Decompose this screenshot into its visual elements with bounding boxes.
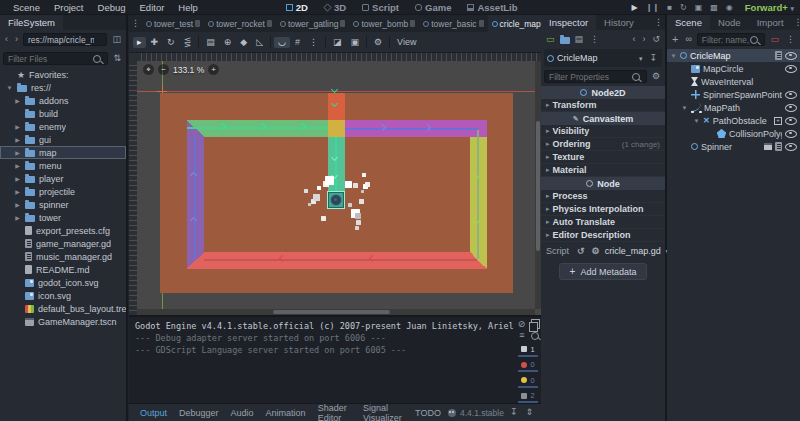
bottom-tab-animation[interactable]: Animation	[261, 408, 311, 418]
tab-node[interactable]: Node	[710, 15, 749, 30]
object-history-icon[interactable]: ↺	[650, 35, 662, 44]
workspace-game-button[interactable]: Game	[407, 2, 459, 13]
section-node2d[interactable]: Node2D	[541, 86, 665, 99]
workspace-2d-button[interactable]: 2D	[278, 2, 316, 13]
pause-button[interactable]: ❙❙	[642, 3, 663, 12]
property-group-editor-description[interactable]: ▸Editor Description	[541, 229, 665, 242]
script-icon[interactable]	[775, 51, 782, 60]
tab-scene[interactable]: Scene	[667, 15, 710, 30]
fs-item-readme[interactable]: README.md	[0, 263, 126, 276]
pin-bottom-panel-icon[interactable]: ↧	[508, 408, 520, 417]
lock-node-button[interactable]: ◪	[329, 37, 346, 48]
fs-item-enemy[interactable]: ▶enemy	[0, 120, 126, 133]
fs-item-player[interactable]: ▶player	[0, 172, 126, 185]
select-tool-button[interactable]: ▸	[133, 37, 146, 48]
section-node[interactable]: Node	[541, 177, 665, 190]
fs-item-tower[interactable]: ▶tower	[0, 211, 126, 224]
fs-item-spinner[interactable]: ▶spinner	[0, 198, 126, 211]
scene-tree-menu-icon[interactable]: ⋮	[784, 35, 797, 44]
scene-tab-tower-test[interactable]: tower_test	[142, 15, 204, 32]
play-scene-button[interactable]: ▣	[691, 3, 707, 12]
scene-tab-tower-bomb[interactable]: tower_bomb	[349, 15, 419, 32]
section-canvasitem[interactable]: ✎CanvasItem	[541, 112, 665, 125]
menu-help[interactable]: Help	[171, 2, 205, 13]
pin-inspector-icon[interactable]: ↧	[647, 54, 659, 63]
scene-tab-tower-gatling[interactable]: tower_gatling	[276, 15, 350, 32]
collapse-messages-toggle[interactable]: ≡	[517, 331, 526, 340]
snap-options-menu[interactable]: ⋮	[305, 37, 322, 48]
view-menu-button[interactable]: View	[393, 37, 420, 48]
property-group-material[interactable]: ▸Material	[541, 164, 665, 177]
filter-messages-toggle[interactable]: 1	[518, 344, 538, 357]
center-view-icon[interactable]: ⌖	[143, 64, 154, 75]
current-path-field[interactable]	[23, 33, 107, 46]
property-tools-icon[interactable]: ⚙	[650, 72, 662, 81]
tab-import[interactable]: Import	[749, 15, 792, 30]
filter-warnings-toggle[interactable]: 0	[518, 375, 538, 388]
search-output-icon[interactable]	[531, 332, 539, 340]
add-node-button[interactable]: +	[670, 34, 680, 45]
copy-output-button[interactable]	[531, 319, 540, 329]
load-resource-button[interactable]	[560, 37, 570, 44]
scene-node-collisionpolygon2d[interactable]: CollisionPolygon2D	[667, 127, 800, 140]
history-back-button[interactable]: ‹	[3, 35, 10, 44]
fs-item-gamemanager-tscn[interactable]: GameManager.tscn	[0, 315, 126, 328]
revert-script-icon[interactable]: ↺	[575, 247, 587, 256]
scrollbar-thumb[interactable]	[536, 121, 540, 251]
split-mode-toggle-icon[interactable]: ◫	[110, 35, 123, 44]
movie-maker-toggle[interactable]: ◉	[722, 3, 737, 12]
pivot-tool-button[interactable]: ⊕	[220, 37, 236, 48]
move-tool-button[interactable]: ✚	[147, 37, 163, 48]
attach-script-button[interactable]: ▭	[768, 35, 781, 44]
fs-item-projectile[interactable]: ▶projectile	[0, 185, 126, 198]
scene-node-mapcircle[interactable]: MapCircle	[667, 62, 800, 75]
instance-scene-button[interactable]: ∞	[683, 35, 693, 44]
bottom-tab-signal-visualizer[interactable]: Signal Visualizer	[358, 403, 408, 421]
bottom-tab-shader-editor[interactable]: Shader Editor	[313, 403, 356, 421]
edited-node-row[interactable]: CricleMap ▾ ↧	[544, 49, 662, 67]
property-group-auto-translate[interactable]: ▸Auto Translate	[541, 216, 665, 229]
smart-snap-toggle[interactable]: ◡	[274, 37, 290, 48]
fs-item-gui[interactable]: ▶gui	[0, 133, 126, 146]
expand-bottom-panel-icon[interactable]: ⇕	[523, 408, 535, 417]
bottom-tab-debugger[interactable]: Debugger	[174, 408, 224, 418]
fs-item-bus-layout[interactable]: default_bus_layout.tres	[0, 302, 126, 315]
bottom-tab-todo[interactable]: TODO	[410, 408, 446, 418]
2d-canvas[interactable]: ⌖ − 133.1 % +	[137, 61, 541, 315]
play-button[interactable]: ▶	[628, 3, 642, 12]
visibility-eye-icon[interactable]	[785, 130, 797, 138]
visibility-eye-icon[interactable]	[785, 65, 797, 73]
fs-item-addons[interactable]: ▶addons	[0, 94, 126, 107]
menu-project[interactable]: Project	[47, 2, 91, 13]
fs-item-build[interactable]: build	[0, 107, 126, 120]
spinner-node[interactable]	[327, 191, 345, 209]
tab-history[interactable]: History	[596, 15, 642, 30]
menu-editor[interactable]: Editor	[133, 2, 172, 13]
fs-item-game-manager-gd[interactable]: game_manager.gd	[0, 237, 126, 250]
renderer-dropdown[interactable]: Forward+ ▾	[745, 2, 794, 13]
pan-tool-button[interactable]: ◆	[236, 37, 251, 48]
scene-tab-tower-basic[interactable]: tower_basic	[419, 15, 487, 32]
list-select-tool-button[interactable]: ▤	[202, 37, 219, 48]
resource-extra-menu[interactable]: ⋮	[588, 35, 601, 44]
menu-debug[interactable]: Debug	[91, 2, 133, 13]
script-icon[interactable]	[775, 142, 782, 151]
fs-item-favorites[interactable]: ★Favorites:	[0, 68, 126, 81]
history-forward-button[interactable]: ›	[13, 35, 20, 44]
fs-item-music-manager-gd[interactable]: music_manager.gd	[0, 250, 126, 263]
workspace-script-button[interactable]: Script	[354, 2, 407, 13]
stop-button[interactable]: ■	[663, 3, 676, 12]
filter-editor-toggle[interactable]: 2	[518, 391, 538, 404]
scene-node-criclemap[interactable]: ▼CricleMap	[667, 49, 800, 62]
scene-node-waveinterval[interactable]: WaveInterval	[667, 75, 800, 88]
property-group-physics-interpolation[interactable]: ▸Physics Interpolation	[541, 203, 665, 216]
tab-filesystem[interactable]: FileSystem	[0, 15, 63, 30]
script-value[interactable]: cricle_map.gd	[605, 246, 661, 256]
visibility-eye-icon[interactable]	[785, 52, 797, 60]
scene-node-spinner[interactable]: Spinner	[667, 140, 800, 153]
property-group-process[interactable]: ▸Process	[541, 190, 665, 203]
property-group-texture[interactable]: ▸Texture	[541, 151, 665, 164]
fs-item-res-root[interactable]: ▼res://	[0, 81, 126, 94]
group-node-button[interactable]: ▣	[346, 37, 363, 48]
property-group-visibility[interactable]: ▸Visibility	[541, 125, 665, 138]
